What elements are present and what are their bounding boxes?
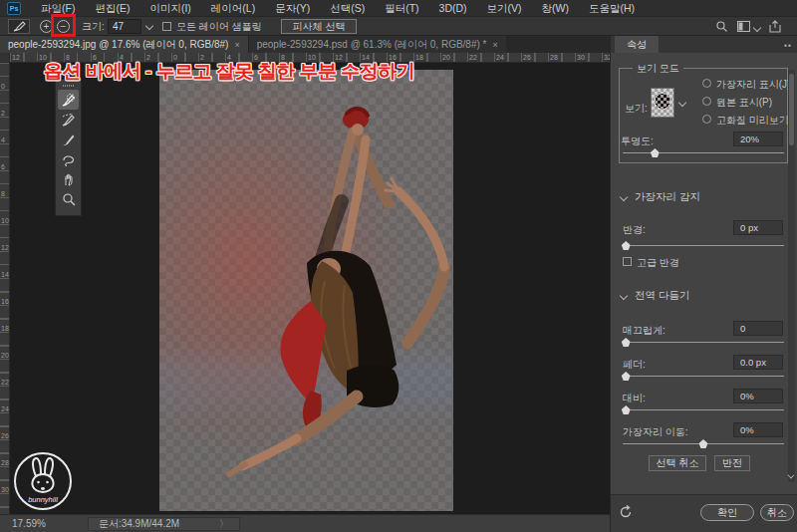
ruler-number: 18 (1, 325, 9, 332)
tutorial-annotation: 옵션 바에서 - 누르고 잘못 칠한 부분 수정하기 (44, 59, 414, 85)
smooth-label: 매끄럽게: (623, 324, 665, 338)
menu-bar: Ps 파일(F) 편집(E) 이미지(I) 레이어(L) 문자(Y) 선택(S)… (0, 0, 797, 17)
workspace-dropdown-icon[interactable] (753, 24, 761, 32)
shift-edge-slider-thumb[interactable] (699, 439, 708, 448)
menu-window[interactable]: 창(W) (532, 0, 579, 17)
deselect-button[interactable]: 선택 취소 (649, 455, 706, 471)
high-quality-preview-label: 고화질 미리보기 (716, 114, 789, 128)
ruler-number: 24 (1, 405, 9, 412)
menu-image[interactable]: 이미지(I) (139, 0, 200, 17)
photoshop-window: Ps 파일(F) 편집(E) 이미지(I) 레이어(L) 문자(Y) 선택(S)… (0, 0, 797, 532)
contrast-slider-thumb[interactable] (622, 405, 631, 414)
toolbar-grip[interactable] (63, 85, 74, 87)
transparency-value[interactable]: 20% (733, 132, 783, 146)
status-bar: 17.59% 문서:34.9M/44.2M 〉 (0, 514, 610, 532)
quick-selection-tool[interactable] (58, 90, 79, 110)
scroll-down-icon[interactable] (788, 472, 795, 479)
vertical-ruler: 02468101214161820222426283032 (0, 63, 10, 514)
view-mode-group-label: 보기 모드 (633, 62, 683, 76)
tab-properties[interactable]: 속성 (615, 36, 659, 53)
show-edge-radio[interactable] (702, 79, 711, 88)
contrast-slider[interactable] (623, 409, 784, 410)
ruler-number: 12 (1, 244, 9, 251)
feather-slider[interactable] (623, 376, 784, 377)
ruler-number: 6 (1, 163, 5, 170)
transparency-slider[interactable] (623, 152, 784, 153)
radius-slider[interactable] (623, 245, 784, 246)
menu-filter[interactable]: 필터(T) (375, 0, 428, 17)
smart-radius-checkbox[interactable] (623, 257, 632, 266)
shift-edge-value[interactable]: 0% (733, 422, 783, 437)
menu-help[interactable]: 도움말(H) (579, 0, 645, 17)
hand-tool[interactable] (58, 169, 79, 189)
scrollbar-thumb[interactable] (789, 74, 794, 145)
feather-value[interactable]: 0.0 px (733, 355, 783, 370)
sample-all-layers-label: 모든 레이어 샘플링 (176, 17, 262, 36)
refine-edge-brush-tool[interactable] (58, 110, 79, 130)
ruler-number: 28 (550, 54, 558, 61)
radius-slider-thumb[interactable] (622, 241, 631, 250)
feather-slider-thumb[interactable] (622, 372, 631, 381)
document-size-info: 문서:34.9M/44.2M (99, 517, 179, 531)
plus-glyph: + (44, 22, 50, 32)
smooth-slider[interactable] (623, 342, 784, 343)
feather-label: 페더: (623, 358, 646, 372)
ruler-corner (0, 53, 10, 63)
edge-detection-label: 가장자리 감지 (635, 190, 700, 204)
contrast-value[interactable]: 0% (733, 389, 783, 403)
watermark-text: bunnyhill (28, 495, 58, 504)
close-icon[interactable]: × (234, 40, 239, 50)
brush-tool[interactable] (58, 130, 79, 149)
smooth-value[interactable]: 0 (733, 321, 783, 336)
ruler-number: 0 (1, 83, 5, 90)
share-icon[interactable] (769, 20, 781, 35)
smooth-slider-thumb[interactable] (622, 338, 631, 347)
lasso-tool[interactable] (58, 149, 79, 169)
menu-type[interactable]: 문자(Y) (265, 0, 320, 17)
menu-view[interactable]: 보기(V) (477, 0, 532, 17)
dancer-image (159, 70, 453, 511)
high-quality-preview-radio[interactable] (702, 115, 711, 124)
panel-menu-icon[interactable]: ▪▪ (784, 41, 792, 50)
ruler-number: 20 (1, 352, 9, 359)
cancel-button[interactable]: 취소 (760, 504, 794, 521)
ruler-number: 22 (1, 379, 9, 386)
global-refine-header[interactable]: 전역 다듬기 (621, 289, 689, 303)
document-tab-jpg[interactable]: people-2593294.jpg @ 17.6% (레이어 0, RGB/8… (0, 36, 248, 53)
brush-size-input[interactable]: 47 (108, 19, 141, 34)
ruler-number: 4 (1, 136, 5, 143)
show-original-radio[interactable] (702, 97, 711, 106)
menu-select[interactable]: 선택(S) (320, 0, 375, 17)
select-subject-button[interactable]: 피사체 선택 (281, 19, 357, 34)
sample-all-layers-checkbox[interactable] (162, 22, 171, 31)
brush-size-dropdown-icon[interactable] (145, 22, 153, 30)
ruler-number: 24 (496, 54, 504, 61)
reset-icon[interactable] (619, 505, 633, 521)
status-chevron-icon[interactable]: 〉 (219, 517, 229, 531)
edge-detection-header[interactable]: 가장자리 감지 (621, 190, 700, 204)
radius-value[interactable]: 0 px (733, 220, 783, 235)
menu-3d[interactable]: 3D(D) (429, 0, 477, 17)
panel-scrollbar[interactable] (788, 70, 795, 482)
panel-tab-strip: 속성 ▪▪ (611, 36, 797, 53)
document-canvas[interactable] (159, 70, 453, 511)
document-tab-psd[interactable]: people-2593294.psd @ 61.3% (레이어 0, RGB/8… (248, 36, 506, 53)
invert-button[interactable]: 반전 (714, 455, 750, 471)
shift-edge-slider[interactable] (623, 443, 784, 444)
ok-button[interactable]: 확인 (700, 504, 754, 521)
close-icon[interactable]: × (493, 40, 498, 50)
zoom-tool[interactable] (58, 189, 79, 209)
document-info-box[interactable]: 문서:34.9M/44.2M 〉 (88, 517, 240, 531)
chevron-down-icon (620, 292, 628, 300)
ruler-number: 12 (12, 54, 20, 61)
search-icon[interactable] (715, 20, 728, 35)
view-thumbnail[interactable] (651, 88, 674, 118)
zoom-level[interactable]: 17.59% (12, 518, 46, 529)
work-area (10, 63, 610, 514)
radius-label: 반경: (623, 223, 646, 237)
ruler-number: 20 (442, 54, 450, 61)
workspace-switcher-icon[interactable] (737, 21, 750, 34)
menu-edit[interactable]: 편집(E) (85, 0, 139, 17)
menu-layer[interactable]: 레이어(L) (201, 0, 265, 17)
document-tab-label: people-2593294.psd @ 61.3% (레이어 0, RGB/8… (257, 38, 487, 52)
